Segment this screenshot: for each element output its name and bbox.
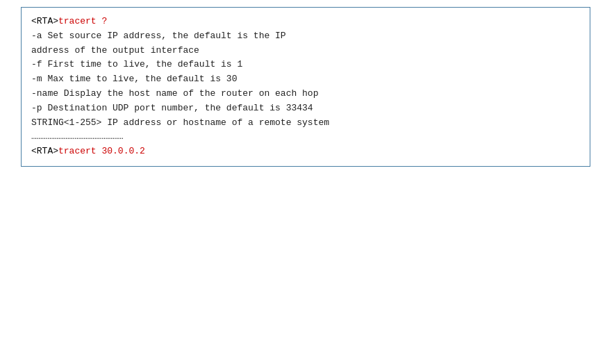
terminal-line-3: address of the output interface bbox=[31, 44, 580, 58]
prompt-1: <RTA> bbox=[31, 16, 58, 26]
terminal-line-1: <RTA>tracert ? bbox=[31, 15, 580, 29]
terminal-box: <RTA>tracert ? -a Set source IP address,… bbox=[21, 7, 590, 167]
terminal-line-2: -a Set source IP address, the default is… bbox=[31, 29, 580, 44]
terminal-line-8: STRING<1-255> IP address or hostname of … bbox=[31, 116, 580, 131]
terminal-line-10: <RTA>tracert 30.0.0.2 bbox=[31, 144, 580, 159]
cmd-1: tracert ? bbox=[58, 16, 107, 26]
terminal-line-9: …………………………………………… bbox=[31, 130, 580, 144]
terminal-line-4: -f First time to live, the default is 1 bbox=[31, 58, 580, 72]
cmd-2: tracert 30.0.0.2 bbox=[58, 146, 145, 156]
prompt-2: <RTA> bbox=[31, 146, 58, 156]
terminal-line-5: -m Max time to live, the default is 30 bbox=[31, 72, 580, 87]
terminal-section: <RTA>tracert ? -a Set source IP address,… bbox=[0, 0, 614, 183]
terminal-line-6: -name Display the host name of the route… bbox=[31, 87, 580, 101]
terminal-line-7: -p Destination UDP port number, the defa… bbox=[31, 101, 580, 116]
